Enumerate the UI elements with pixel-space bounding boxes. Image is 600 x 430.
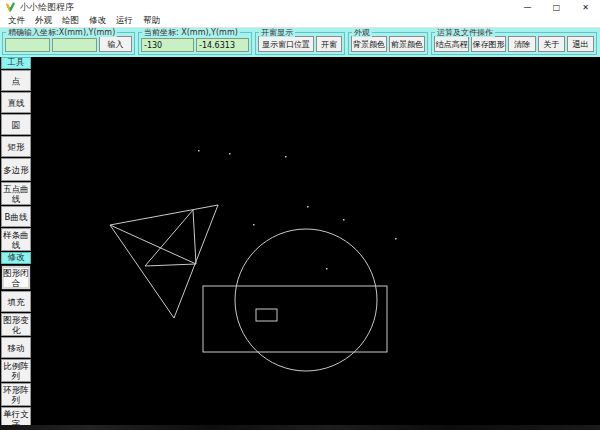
point-mark bbox=[198, 150, 200, 152]
close-shape-tool[interactable]: 图形闭合 bbox=[1, 265, 31, 290]
five-point-curve-tool[interactable]: 五点曲线 bbox=[1, 182, 31, 205]
circular-array-tool[interactable]: 环形阵列 bbox=[1, 383, 31, 406]
line-tool[interactable]: 直线 bbox=[1, 92, 31, 113]
large-rectangle bbox=[203, 286, 387, 352]
current-coords-group: 当前坐标: X(mm),Y(mm) -130 -14.6313 bbox=[138, 32, 252, 55]
point-mark bbox=[307, 206, 309, 208]
point-mark bbox=[326, 268, 328, 270]
node-elevation-button[interactable]: 结点高程 bbox=[434, 36, 469, 52]
menu-file[interactable]: 文件 bbox=[3, 15, 30, 27]
app-window: 小小绘图程序 —□✕ 文件外观绘图修改运行帮助 精确输入坐标:X(mm),Y(m… bbox=[0, 0, 600, 430]
scale-array-tool[interactable]: 比例阵列 bbox=[1, 359, 31, 382]
rectangle-tool[interactable]: 矩形 bbox=[1, 136, 31, 157]
exit-button[interactable]: 退出 bbox=[567, 36, 594, 52]
b-curve-tool[interactable]: B曲线 bbox=[1, 206, 31, 227]
circle-tool[interactable]: 圆 bbox=[1, 114, 31, 135]
about-button[interactable]: 关于 bbox=[538, 36, 565, 52]
show-window-position-button[interactable]: 显示窗口位置 bbox=[258, 36, 314, 52]
menu-help[interactable]: 帮助 bbox=[138, 15, 165, 27]
window-title: 小小绘图程序 bbox=[20, 1, 74, 14]
menu-draw[interactable]: 绘图 bbox=[57, 15, 84, 27]
tools-section-label: 工具 bbox=[1, 57, 31, 69]
point-mark bbox=[395, 238, 397, 240]
inner-triangle bbox=[145, 210, 196, 266]
title-bar: 小小绘图程序 —□✕ bbox=[0, 0, 600, 15]
point-tool[interactable]: 点 bbox=[1, 70, 31, 91]
shape-transform-tool[interactable]: 图形变化 bbox=[1, 313, 31, 336]
maximize-button[interactable]: □ bbox=[542, 0, 571, 15]
toolbar: 精确输入坐标:X(mm),Y(mm) 输入 当前坐标: X(mm),Y(mm) … bbox=[0, 28, 600, 57]
minimize-button[interactable]: — bbox=[513, 0, 542, 15]
menu-appearance[interactable]: 外观 bbox=[30, 15, 57, 27]
circle-shape bbox=[235, 229, 377, 371]
fill-tool[interactable]: 填充 bbox=[1, 291, 31, 312]
window-display-group: 开窗显示显示窗口位置开窗 bbox=[255, 32, 345, 55]
small-rectangle bbox=[256, 309, 277, 321]
point-mark bbox=[285, 156, 287, 158]
modify-section-label: 修改 bbox=[1, 252, 31, 264]
point-mark bbox=[343, 219, 345, 221]
precise-y-input[interactable] bbox=[52, 38, 97, 52]
close-button[interactable]: ✕ bbox=[571, 0, 600, 15]
outer-triangle bbox=[110, 205, 218, 318]
operations-file-group: 运算及文件操作结点高程保存图形清除关于退出 bbox=[431, 32, 597, 55]
input-submit-button[interactable]: 输入 bbox=[99, 36, 132, 52]
precise-input-group: 精确输入坐标:X(mm),Y(mm) 输入 bbox=[2, 32, 135, 55]
precise-x-input[interactable] bbox=[5, 38, 50, 52]
menu-bar: 文件外观绘图修改运行帮助 bbox=[0, 15, 600, 28]
open-window-button[interactable]: 开窗 bbox=[316, 36, 342, 52]
appearance-group: 外观背景颜色前景颜色 bbox=[348, 32, 428, 55]
point-mark bbox=[229, 153, 231, 155]
move-tool[interactable]: 移动 bbox=[1, 337, 31, 358]
current-x-value: -130 bbox=[141, 38, 194, 52]
spline-curve-tool[interactable]: 样条曲线 bbox=[1, 228, 31, 251]
current-coords-label: 当前坐标: X(mm),Y(mm) bbox=[142, 29, 240, 37]
clear-button[interactable]: 清除 bbox=[508, 36, 536, 52]
polygon-tool[interactable]: 多边形 bbox=[1, 158, 31, 181]
caption-buttons: —□✕ bbox=[513, 0, 600, 15]
main-area: 工具点直线圆矩形多边形五点曲线B曲线样条曲线修改图形闭合填充图形变化移动比例阵列… bbox=[0, 57, 600, 430]
drawing-canvas[interactable] bbox=[0, 57, 600, 430]
appearance-group-label: 外观 bbox=[352, 29, 372, 37]
background-color-button[interactable]: 背景颜色 bbox=[351, 36, 387, 52]
tool-sidebar: 工具点直线圆矩形多边形五点曲线B曲线样条曲线修改图形闭合填充图形变化移动比例阵列… bbox=[1, 57, 31, 430]
bottom-edge bbox=[0, 425, 600, 430]
app-logo-icon bbox=[5, 2, 16, 13]
precise-input-label: 精确输入坐标:X(mm),Y(mm) bbox=[6, 29, 117, 37]
foreground-color-button[interactable]: 前景颜色 bbox=[389, 36, 425, 52]
menu-run[interactable]: 运行 bbox=[111, 15, 138, 27]
menu-modify[interactable]: 修改 bbox=[84, 15, 111, 27]
current-y-value: -14.6313 bbox=[196, 38, 249, 52]
point-mark bbox=[253, 224, 255, 226]
window-display-group-label: 开窗显示 bbox=[259, 29, 295, 37]
operations-file-group-label: 运算及文件操作 bbox=[435, 29, 495, 37]
save-graphic-button[interactable]: 保存图形 bbox=[471, 36, 506, 52]
